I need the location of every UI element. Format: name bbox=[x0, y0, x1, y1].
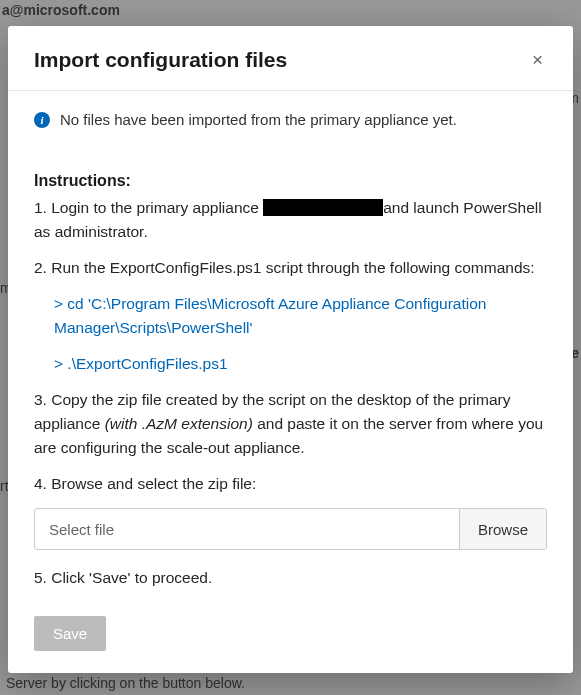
background-text-top: a@microsoft.com bbox=[2, 2, 120, 18]
modal-title: Import configuration files bbox=[34, 48, 287, 72]
info-icon: i bbox=[34, 112, 50, 128]
modal-body: i No files have been imported from the p… bbox=[8, 91, 573, 673]
close-button[interactable]: × bbox=[528, 48, 547, 71]
import-config-modal: Import configuration files × i No files … bbox=[8, 26, 573, 673]
instruction-step-4: 4. Browse and select the zip file: bbox=[34, 472, 547, 496]
background-text-bottom: Server by clicking on the button below. bbox=[6, 675, 245, 691]
command-export: > .\ExportConfigFiles.ps1 bbox=[54, 352, 547, 376]
instruction-step-1: 1. Login to the primary appliance and la… bbox=[34, 196, 547, 244]
save-button[interactable]: Save bbox=[34, 616, 106, 651]
instruction-step-2: 2. Run the ExportConfigFiles.ps1 script … bbox=[34, 256, 547, 280]
file-select-row: Browse bbox=[34, 508, 547, 550]
instruction-step-3: 3. Copy the zip file created by the scri… bbox=[34, 388, 547, 460]
step3-italic: (with .AzM extension) bbox=[105, 415, 253, 432]
modal-header: Import configuration files × bbox=[8, 26, 573, 91]
command-block: > cd 'C:\Program Files\Microsoft Azure A… bbox=[54, 292, 547, 376]
step1-prefix: 1. Login to the primary appliance bbox=[34, 199, 263, 216]
info-banner: i No files have been imported from the p… bbox=[34, 111, 547, 128]
instructions-heading: Instructions: bbox=[34, 172, 547, 190]
instruction-step-5: 5. Click 'Save' to proceed. bbox=[34, 566, 547, 590]
command-cd: > cd 'C:\Program Files\Microsoft Azure A… bbox=[54, 292, 547, 340]
file-select-input[interactable] bbox=[35, 509, 459, 549]
redacted-hostname bbox=[263, 199, 383, 216]
browse-button[interactable]: Browse bbox=[459, 509, 546, 549]
close-icon: × bbox=[532, 49, 543, 70]
info-message: No files have been imported from the pri… bbox=[60, 111, 457, 128]
